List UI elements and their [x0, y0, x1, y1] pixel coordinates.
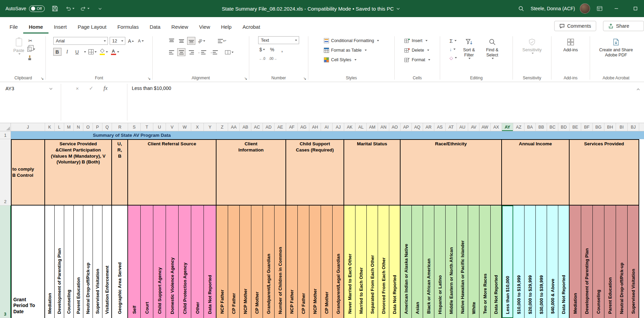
increase-decimal-button[interactable]: ←.0 [258, 55, 266, 63]
accounting-format-button[interactable]: $ [258, 46, 266, 54]
column-header[interactable]: AW [479, 123, 491, 131]
column-label-cell[interactable]: Parent Education [74, 206, 83, 318]
column-label-cell[interactable]: White [468, 206, 479, 318]
undo-dropdown-icon[interactable] [72, 8, 74, 9]
group-header-cell[interactable]: Client Information [216, 139, 286, 206]
search-icon[interactable] [516, 4, 526, 13]
decrease-decimal-button[interactable]: .00→ [268, 55, 278, 63]
column-label-cell[interactable]: Grandparent/Legal Guardian [333, 206, 344, 318]
column-label-cell[interactable]: Visitation Enforcement [102, 206, 112, 318]
font-name-select[interactable]: Arial [53, 37, 108, 45]
column-header[interactable]: BF [581, 123, 593, 131]
user-name[interactable]: Steele, Donna (ACF) [531, 6, 575, 11]
column-header[interactable]: Y [204, 123, 216, 131]
column-header[interactable]: M [64, 123, 74, 131]
column-label-cell[interactable]: $20,000 to $29,999 [524, 206, 536, 318]
save-icon[interactable] [50, 4, 60, 13]
column-label-cell[interactable]: Development of Parenting Plan [581, 206, 593, 318]
user-avatar[interactable] [580, 3, 590, 14]
column-header[interactable]: AG [298, 123, 309, 131]
name-box[interactable]: AY3 [3, 84, 55, 93]
bottom-align-button[interactable] [187, 37, 195, 45]
column-label-cell[interactable]: Child Protection Agency [179, 206, 191, 318]
column-label-cell[interactable]: Court [141, 206, 153, 318]
column-label-cell[interactable]: CP Father [228, 206, 240, 318]
bold-button[interactable]: B [53, 48, 61, 56]
autosum-button[interactable]: Σ [450, 37, 457, 44]
column-label-cell[interactable]: CP Mother [321, 206, 333, 318]
number-dialog-launcher-icon[interactable]: ↘ [303, 77, 306, 80]
addins-button[interactable]: Add-ins [561, 36, 580, 74]
sort-filter-button[interactable]: Sort & Filter [458, 36, 480, 74]
column-header[interactable]: AA [228, 123, 240, 131]
column-header[interactable]: AM [367, 123, 378, 131]
column-header[interactable]: T [141, 123, 153, 131]
column-label-cell[interactable]: CP Father [298, 206, 309, 318]
formula-bar-collapse-icon[interactable] [637, 86, 639, 92]
undo-icon[interactable] [65, 4, 75, 13]
menu-tab[interactable]: Insert [48, 20, 72, 34]
column-label-cell[interactable]: Self [128, 206, 141, 318]
italic-button[interactable]: I [63, 48, 71, 56]
column-label-cell[interactable]: NCP Father [286, 206, 298, 318]
column-header[interactable]: AQ [412, 123, 423, 131]
column-label-cell[interactable]: Mediation [570, 206, 581, 318]
document-title[interactable]: State Summary File_08.02.2024.xls - Comp… [105, 6, 516, 12]
column-label-cell[interactable]: Counseling [593, 206, 604, 318]
group-header-cell[interactable]: Annual Income [502, 139, 570, 206]
percent-style-button[interactable]: % [268, 46, 276, 54]
menu-tab[interactable]: Page Layout [72, 20, 112, 34]
align-left-button[interactable] [167, 48, 176, 56]
enter-button[interactable]: ✓ [89, 85, 94, 91]
copy-button[interactable] [28, 45, 35, 53]
column-label-cell[interactable]: NCP Mother [240, 206, 251, 318]
merge-center-button[interactable] [224, 48, 234, 56]
menu-tab[interactable]: Home [23, 20, 48, 34]
column-header[interactable]: K [45, 123, 55, 131]
column-label-cell[interactable]: Other [191, 206, 204, 318]
menu-tab[interactable]: Data [144, 20, 166, 34]
borders-button[interactable] [88, 48, 97, 56]
fill-color-button[interactable] [99, 48, 109, 56]
column-label-cell[interactable]: Middle Eastern or North African [446, 206, 457, 318]
column-header[interactable]: O [83, 123, 93, 131]
column-label-cell[interactable]: Black or African American [423, 206, 434, 318]
column-header[interactable]: BA [524, 123, 536, 131]
column-header[interactable]: AD [263, 123, 275, 131]
column-header[interactable]: BJ [628, 123, 639, 131]
format-painter-button[interactable] [28, 54, 35, 62]
decrease-indent-button[interactable]: ← [197, 48, 207, 56]
menu-tab[interactable]: View [194, 20, 215, 34]
column-label-cell[interactable]: Parent Education [604, 206, 616, 318]
column-label-cell[interactable]: $30,000 to $39,999 [536, 206, 547, 318]
column-header[interactable]: BI [616, 123, 628, 131]
column-label-cell[interactable]: American Indian or Alaska Native [401, 206, 412, 318]
group-header-cell[interactable]: Child Support Cases (Required) [286, 139, 344, 206]
comments-button[interactable]: Comments [554, 21, 596, 31]
column-label-cell[interactable]: Separated From Each Other [367, 206, 378, 318]
column-header[interactable]: AI [321, 123, 333, 131]
column-header[interactable]: Z [216, 123, 228, 131]
delete-cells-button[interactable]: Delete [403, 46, 431, 54]
column-header[interactable]: AF [286, 123, 298, 131]
menu-tab[interactable]: Help [215, 20, 237, 34]
column-header[interactable]: W [179, 123, 191, 131]
insert-cells-button[interactable]: Insert [403, 36, 429, 45]
increase-indent-button[interactable]: → [209, 48, 219, 56]
format-as-table-button[interactable]: Format as Table [322, 46, 368, 54]
decrease-font-size-button[interactable]: A [137, 37, 145, 45]
restore-button[interactable] [628, 2, 643, 15]
column-label-cell[interactable]: CP Mother [251, 206, 263, 318]
underline-dropdown-icon[interactable] [84, 51, 86, 53]
minimize-button[interactable] [609, 2, 624, 15]
column-label-cell[interactable]: Data Not Reported [204, 206, 216, 318]
column-label-cell[interactable]: Counseling [64, 206, 74, 318]
number-format-select[interactable]: Text [258, 36, 299, 44]
column-header[interactable]: R [112, 123, 128, 131]
comma-style-button[interactable]: , [278, 46, 286, 54]
column-label-cell[interactable]: Supervised Visitation [93, 206, 102, 318]
create-share-pdf-button[interactable]: Create and Share Adobe PDF [595, 36, 637, 74]
column-label-cell[interactable]: Neutral Drop-off/Pick-up [83, 206, 93, 318]
column-header[interactable]: BC [547, 123, 558, 131]
insert-function-button[interactable]: fx [103, 85, 108, 91]
